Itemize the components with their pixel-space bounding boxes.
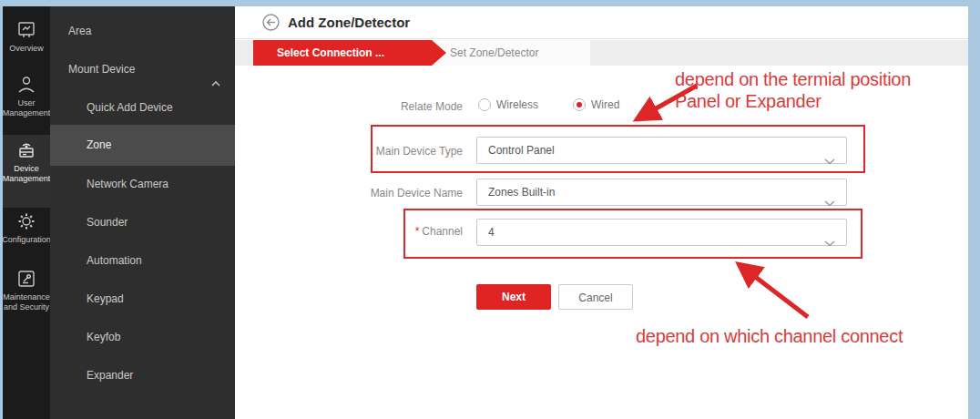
menu-item-area[interactable]: Area [50, 12, 235, 50]
main-device-name-label: Main Device Name [235, 187, 463, 199]
sidebar-item-device-management[interactable]: Device Management [3, 139, 50, 184]
chevron-down-icon [824, 190, 835, 197]
channel-label: *Channel [235, 225, 463, 238]
arrow-to-channel [739, 264, 808, 317]
menu-item-keyfob[interactable]: Keyfob [50, 318, 235, 356]
relate-mode-label: Relate Mode [235, 100, 463, 113]
annotation-line: Panel or Expander [675, 90, 911, 112]
required-marker: * [415, 225, 420, 238]
chevron-down-icon [824, 148, 835, 155]
annotation-line: depend on the termial position [675, 68, 911, 90]
page-header: Add Zone/Detector [235, 6, 968, 39]
sidebar-item-label: and Security [3, 302, 50, 312]
radio-wireless-label: Wireless [496, 98, 538, 111]
menu-item-quick-add-device[interactable]: Quick Add Device [50, 88, 235, 127]
annotation-arrows [235, 6, 968, 419]
cancel-button[interactable]: Cancel [558, 284, 633, 310]
user-management-icon [15, 74, 37, 96]
menu-item-zone[interactable]: Zone [50, 125, 235, 166]
channel-value: 4 [488, 226, 495, 239]
sidebar-item-user-management[interactable]: User Management [3, 74, 50, 118]
sidebar-item-overview[interactable]: Overview [3, 19, 50, 54]
channel-select[interactable]: 4 [476, 219, 847, 246]
annotation-channel-connect: depend on which channel connect [636, 325, 903, 347]
next-button[interactable]: Next [476, 284, 551, 310]
menu-item-label: Mount Device [68, 63, 135, 76]
sidebar-item-label: User [3, 98, 50, 108]
radio-wireless[interactable] [478, 98, 491, 111]
sidebar-item-label: Device [3, 164, 50, 174]
menu-item-keypad[interactable]: Keypad [50, 280, 235, 318]
configuration-icon [15, 210, 37, 232]
annotation-terminal-position: depend on the termial position Panel or … [675, 68, 911, 112]
page-title: Add Zone/Detector [288, 15, 410, 30]
chevron-down-icon [824, 230, 835, 237]
relate-mode-radio-group: Wireless Wired [478, 98, 619, 111]
main-device-type-value: Control Panel [488, 144, 555, 157]
menu-item-mount-device[interactable]: Mount Device [50, 50, 235, 88]
sidebar-item-maintenance-security[interactable]: Maintenance and Security [3, 268, 50, 312]
wizard-tabs: Set Zone/Detector Select Connection ... [235, 40, 968, 66]
sidebar-item-label: Overview [3, 44, 50, 54]
primary-sidebar: Overview User Management Device Manageme… [3, 6, 50, 419]
main-device-type-select[interactable]: Control Panel [476, 137, 847, 164]
main-device-name-value: Zones Built-in [488, 186, 555, 199]
menu-item-sounder[interactable]: Sounder [50, 203, 235, 241]
tab-select-connection[interactable]: Select Connection ... [253, 40, 446, 66]
menu-item-network-camera[interactable]: Network Camera [50, 165, 235, 203]
sidebar-item-label: Management [3, 108, 50, 118]
menu-item-automation[interactable]: Automation [50, 241, 235, 280]
back-button[interactable] [262, 14, 280, 31]
radio-wired[interactable] [573, 98, 586, 111]
overview-icon [15, 19, 37, 41]
device-management-icon [15, 139, 37, 161]
sidebar-item-label: Maintenance [3, 292, 50, 302]
main-panel: Add Zone/Detector Set Zone/Detector Sele… [235, 6, 968, 419]
maintenance-security-icon [15, 268, 37, 290]
main-device-type-label: Main Device Type [235, 145, 463, 158]
radio-wired-label: Wired [591, 98, 619, 111]
sidebar-item-label: Management [3, 174, 50, 184]
channel-label-text: Channel [422, 225, 463, 238]
sidebar-item-configuration[interactable]: Configuration [3, 210, 50, 245]
menu-item-expander[interactable]: Expander [50, 356, 235, 394]
sidebar-item-label: Configuration [3, 235, 50, 245]
arrow-to-main-device-type [637, 86, 697, 119]
chevron-up-icon [211, 65, 220, 72]
main-device-name-select[interactable]: Zones Built-in [476, 179, 847, 206]
secondary-sidebar: Area Mount Device Quick Add Device Zone … [50, 6, 235, 419]
